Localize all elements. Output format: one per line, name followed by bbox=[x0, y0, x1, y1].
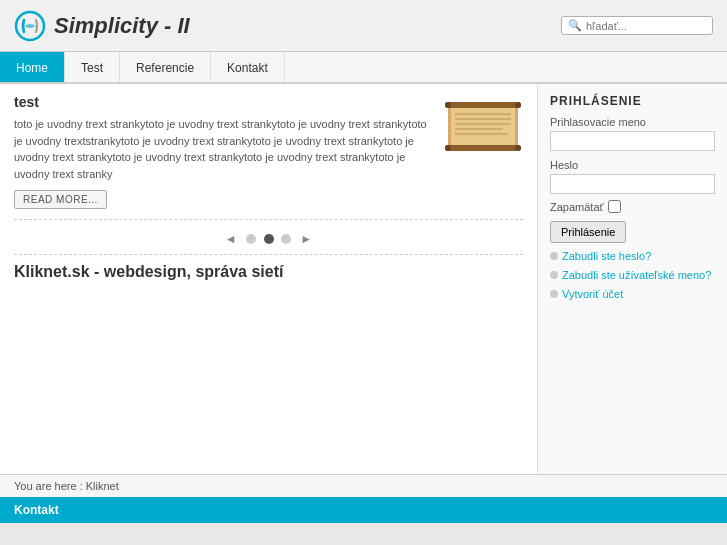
password-input[interactable] bbox=[550, 174, 715, 194]
nav-item-kontakt[interactable]: Kontakt bbox=[211, 52, 285, 82]
svg-rect-9 bbox=[445, 145, 521, 151]
featured-section: test toto je uvodny trext strankytoto je… bbox=[14, 94, 523, 220]
slider-dot-3[interactable] bbox=[281, 234, 291, 244]
site-title: Simplicity - II bbox=[54, 13, 190, 39]
forgot-password-link[interactable]: Zabudli ste heslo? bbox=[550, 250, 715, 262]
slider-prev-arrow[interactable]: ◄ bbox=[225, 232, 237, 246]
footer-bar: Kontakt bbox=[0, 497, 727, 523]
read-more-button[interactable]: READ MORE... bbox=[14, 190, 107, 209]
footer-label: Kontakt bbox=[14, 503, 59, 517]
featured-image bbox=[443, 94, 523, 159]
bullet-icon bbox=[550, 252, 558, 260]
search-icon: 🔍 bbox=[568, 19, 582, 32]
nav-item-home[interactable]: Home bbox=[0, 52, 65, 82]
nav-item-test[interactable]: Test bbox=[65, 52, 120, 82]
username-input[interactable] bbox=[550, 131, 715, 151]
create-account-label: Vytvoriť účet bbox=[562, 288, 623, 300]
search-area[interactable]: 🔍 bbox=[561, 16, 713, 35]
main-wrapper: test toto je uvodny trext strankytoto je… bbox=[0, 84, 727, 474]
logo-area: Simplicity - II bbox=[14, 10, 190, 42]
bottom-section: Kliknet.sk - webdesign, správa sietí bbox=[14, 254, 523, 281]
forgot-password-label: Zabudli ste heslo? bbox=[562, 250, 651, 262]
login-button[interactable]: Prihlásenie bbox=[550, 221, 626, 243]
slider-next-arrow[interactable]: ► bbox=[300, 232, 312, 246]
logo-icon bbox=[14, 10, 46, 42]
bullet-icon bbox=[550, 290, 558, 298]
svg-rect-8 bbox=[445, 102, 521, 108]
navigation: Home Test Referencie Kontakt bbox=[0, 52, 727, 84]
svg-point-10 bbox=[445, 102, 451, 108]
svg-point-12 bbox=[445, 145, 451, 151]
forgot-username-label: Zabudli ste užívateľské meno? bbox=[562, 269, 711, 281]
breadcrumb-value: Kliknet bbox=[86, 480, 119, 492]
search-input[interactable] bbox=[586, 20, 706, 32]
content-area: test toto je uvodny trext strankytoto je… bbox=[0, 84, 537, 474]
sidebar-title: PRIHLÁSENIE bbox=[550, 94, 715, 108]
remember-checkbox[interactable] bbox=[608, 200, 621, 213]
featured-text: test toto je uvodny trext strankytoto je… bbox=[14, 94, 433, 209]
nav-item-referencie[interactable]: Referencie bbox=[120, 52, 211, 82]
bullet-icon bbox=[550, 271, 558, 279]
svg-point-13 bbox=[515, 145, 521, 151]
featured-title: test bbox=[14, 94, 433, 110]
sidebar: PRIHLÁSENIE Prihlasovacie meno Heslo Zap… bbox=[537, 84, 727, 474]
username-label: Prihlasovacie meno bbox=[550, 116, 715, 128]
forgot-username-link[interactable]: Zabudli ste užívateľské meno? bbox=[550, 269, 715, 281]
svg-rect-2 bbox=[451, 107, 515, 146]
footer-breadcrumb: You are here : Kliknet bbox=[0, 474, 727, 497]
remember-label: Zapamätať bbox=[550, 201, 604, 213]
svg-point-11 bbox=[515, 102, 521, 108]
breadcrumb-label: You are here : bbox=[14, 480, 83, 492]
slider-dot-2[interactable] bbox=[264, 234, 274, 244]
header: Simplicity - II 🔍 bbox=[0, 0, 727, 52]
bottom-title: Kliknet.sk - webdesign, správa sietí bbox=[14, 263, 523, 281]
remember-row: Zapamätať bbox=[550, 200, 715, 213]
create-account-link[interactable]: Vytvoriť účet bbox=[550, 288, 715, 300]
slider-dots: ◄ ► bbox=[14, 230, 523, 246]
featured-body: toto je uvodny trext strankytoto je uvod… bbox=[14, 116, 433, 182]
slider-dot-1[interactable] bbox=[246, 234, 256, 244]
password-label: Heslo bbox=[550, 159, 715, 171]
